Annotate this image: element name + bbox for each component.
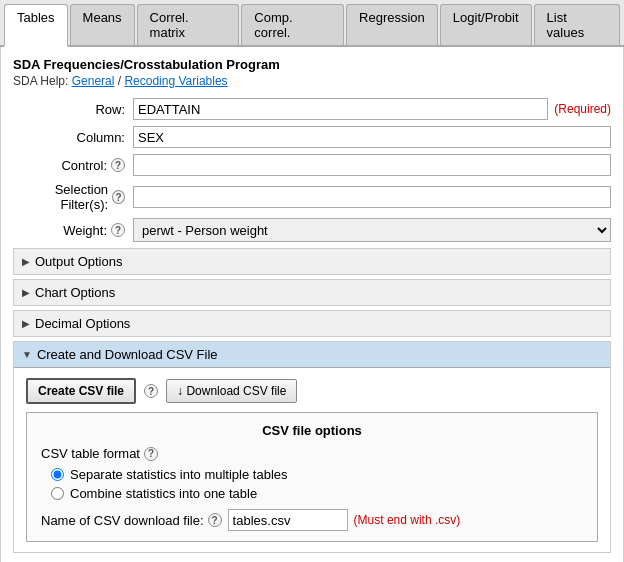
selection-field-row: Selection Filter(s): ? [13, 182, 611, 212]
csv-option2-radio[interactable] [51, 487, 64, 500]
tab-bar: Tables Means Correl. matrix Comp. correl… [0, 0, 624, 47]
csv-section: ▼ Create and Download CSV File Create CS… [13, 341, 611, 553]
column-input[interactable] [133, 126, 611, 148]
weight-select[interactable]: perwt - Person weight No weight hhwt - H… [133, 218, 611, 242]
csv-section-body: Create CSV file ? ↓ Download CSV file CS… [14, 368, 610, 552]
csv-filename-help-icon[interactable]: ? [208, 513, 222, 527]
csv-option1-label[interactable]: Separate statistics into multiple tables [70, 467, 288, 482]
main-content: SDA Frequencies/Crosstabulation Program … [0, 47, 624, 562]
create-csv-button[interactable]: Create CSV file [26, 378, 136, 404]
output-options-header[interactable]: ▶ Output Options [14, 249, 610, 274]
selection-help-icon[interactable]: ? [112, 190, 125, 204]
chart-options-header[interactable]: ▶ Chart Options [14, 280, 610, 305]
csv-filename-row: Name of CSV download file: ? (Must end w… [41, 509, 583, 531]
selection-input[interactable] [133, 186, 611, 208]
control-input[interactable] [133, 154, 611, 176]
decimal-options-section: ▶ Decimal Options [13, 310, 611, 337]
decimal-options-label: Decimal Options [35, 316, 130, 331]
output-options-section: ▶ Output Options [13, 248, 611, 275]
decimal-options-arrow: ▶ [22, 318, 30, 329]
tab-logit-probit[interactable]: Logit/Probit [440, 4, 532, 45]
csv-option2-label[interactable]: Combine statistics into one table [70, 486, 257, 501]
row-field-row: Row: (Required) [13, 98, 611, 120]
csv-section-label: Create and Download CSV File [37, 347, 218, 362]
weight-label: Weight: ? [13, 223, 133, 238]
tab-list-values[interactable]: List values [534, 4, 620, 45]
tab-regression[interactable]: Regression [346, 4, 438, 45]
chart-options-arrow: ▶ [22, 287, 30, 298]
tab-correl-matrix[interactable]: Correl. matrix [137, 4, 240, 45]
csv-options-box: CSV file options CSV table format ? Sepa… [26, 412, 598, 542]
control-field-row: Control: ? [13, 154, 611, 176]
tab-means[interactable]: Means [70, 4, 135, 45]
output-options-label: Output Options [35, 254, 122, 269]
weight-help-icon[interactable]: ? [111, 223, 125, 237]
help-general-link[interactable]: General [72, 74, 115, 88]
csv-format-help-icon[interactable]: ? [144, 447, 158, 461]
control-help-icon[interactable]: ? [111, 158, 125, 172]
csv-section-header[interactable]: ▼ Create and Download CSV File [14, 342, 610, 368]
weight-field-row: Weight: ? perwt - Person weight No weigh… [13, 218, 611, 242]
csv-help-icon[interactable]: ? [144, 384, 158, 398]
csv-filename-hint: (Must end with .csv) [354, 513, 461, 527]
chart-options-section: ▶ Chart Options [13, 279, 611, 306]
csv-options-title: CSV file options [41, 423, 583, 438]
sda-help: SDA Help: General / Recoding Variables [13, 74, 611, 88]
csv-filename-input[interactable] [228, 509, 348, 531]
csv-option2-row: Combine statistics into one table [41, 486, 583, 501]
csv-arrow: ▼ [22, 349, 32, 360]
sda-help-label: SDA Help: [13, 74, 68, 88]
tab-comp-correl[interactable]: Comp. correl. [241, 4, 344, 45]
selection-label: Selection Filter(s): ? [13, 182, 133, 212]
column-field-row: Column: [13, 126, 611, 148]
csv-buttons-row: Create CSV file ? ↓ Download CSV file [26, 378, 598, 404]
output-options-arrow: ▶ [22, 256, 30, 267]
csv-format-label: CSV table format ? [41, 446, 583, 461]
download-csv-button[interactable]: ↓ Download CSV file [166, 379, 297, 403]
row-input[interactable] [133, 98, 548, 120]
csv-filename-label: Name of CSV download file: ? [41, 513, 222, 528]
row-required: (Required) [554, 102, 611, 116]
decimal-options-header[interactable]: ▶ Decimal Options [14, 311, 610, 336]
chart-options-label: Chart Options [35, 285, 115, 300]
tab-tables[interactable]: Tables [4, 4, 68, 47]
csv-option1-row: Separate statistics into multiple tables [41, 467, 583, 482]
column-label: Column: [13, 130, 133, 145]
control-label: Control: ? [13, 158, 133, 173]
help-recoding-link[interactable]: Recoding Variables [124, 74, 227, 88]
row-label: Row: [13, 102, 133, 117]
program-title: SDA Frequencies/Crosstabulation Program [13, 57, 611, 72]
csv-option1-radio[interactable] [51, 468, 64, 481]
